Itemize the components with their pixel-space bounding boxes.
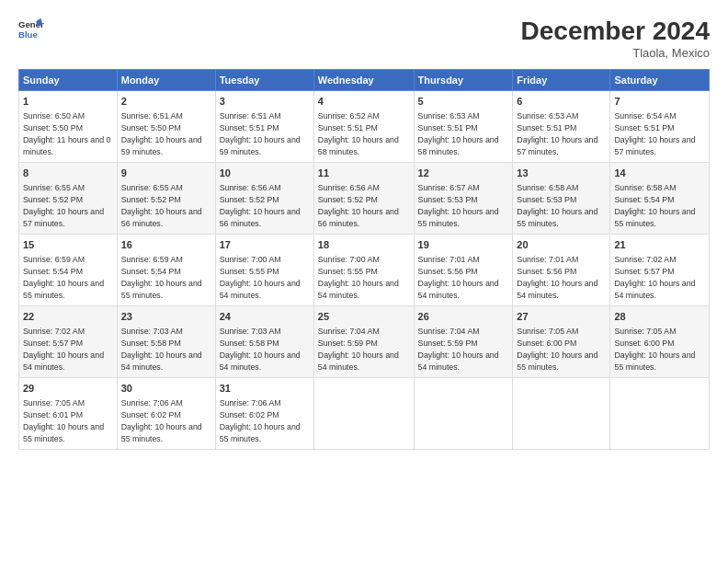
calendar-week-row: 29Sunrise: 7:05 AMSunset: 6:01 PMDayligh… [19, 378, 710, 450]
day-info: Sunrise: 7:06 AMSunset: 6:02 PMDaylight:… [220, 398, 301, 442]
day-info: Sunrise: 6:50 AMSunset: 5:50 PMDaylight:… [23, 111, 110, 155]
day-info: Sunrise: 6:53 AMSunset: 5:51 PMDaylight:… [517, 111, 597, 155]
day-header-row: Sunday Monday Tuesday Wednesday Thursday… [19, 70, 710, 91]
table-row: 21Sunrise: 7:02 AMSunset: 5:57 PMDayligh… [610, 235, 710, 306]
header-tuesday: Tuesday [215, 70, 313, 91]
day-number: 7 [614, 95, 705, 109]
table-row [313, 378, 414, 450]
day-info: Sunrise: 6:53 AMSunset: 5:51 PMDaylight:… [418, 111, 499, 155]
day-number: 15 [23, 238, 113, 252]
table-row: 16Sunrise: 6:59 AMSunset: 5:54 PMDayligh… [117, 235, 215, 306]
day-number: 14 [614, 167, 705, 180]
table-row: 9Sunrise: 6:55 AMSunset: 5:52 PMDaylight… [117, 163, 215, 235]
table-row: 6Sunrise: 6:53 AMSunset: 5:51 PMDaylight… [513, 91, 610, 163]
header-sunday: Sunday [19, 70, 118, 91]
day-number: 25 [318, 310, 410, 324]
day-number: 21 [614, 238, 705, 252]
day-number: 3 [220, 95, 310, 109]
table-row: 2Sunrise: 6:51 AMSunset: 5:50 PMDaylight… [117, 91, 215, 163]
calendar-table: Sunday Monday Tuesday Wednesday Thursday… [18, 69, 710, 450]
day-number: 31 [220, 382, 310, 396]
table-row: 20Sunrise: 7:01 AMSunset: 5:56 PMDayligh… [513, 235, 610, 306]
day-info: Sunrise: 6:57 AMSunset: 5:53 PMDaylight:… [418, 183, 499, 227]
day-number: 17 [220, 238, 310, 252]
table-row: 27Sunrise: 7:05 AMSunset: 6:00 PMDayligh… [513, 306, 610, 378]
table-row: 14Sunrise: 6:58 AMSunset: 5:54 PMDayligh… [610, 163, 710, 235]
day-info: Sunrise: 7:02 AMSunset: 5:57 PMDaylight:… [23, 327, 104, 371]
day-info: Sunrise: 6:59 AMSunset: 5:54 PMDaylight:… [23, 255, 104, 299]
day-number: 27 [517, 310, 606, 324]
day-info: Sunrise: 7:05 AMSunset: 6:00 PMDaylight:… [614, 327, 695, 371]
day-info: Sunrise: 7:02 AMSunset: 5:57 PMDaylight:… [614, 255, 695, 299]
day-info: Sunrise: 6:58 AMSunset: 5:53 PMDaylight:… [517, 183, 597, 227]
page: General Blue December 2024 Tlaola, Mexic… [0, 0, 728, 563]
table-row: 25Sunrise: 7:04 AMSunset: 5:59 PMDayligh… [313, 306, 414, 378]
day-info: Sunrise: 6:56 AMSunset: 5:52 PMDaylight:… [318, 183, 399, 227]
table-row: 24Sunrise: 7:03 AMSunset: 5:58 PMDayligh… [215, 306, 313, 378]
table-row: 18Sunrise: 7:00 AMSunset: 5:55 PMDayligh… [313, 235, 414, 306]
day-number: 28 [614, 310, 705, 324]
day-info: Sunrise: 6:51 AMSunset: 5:50 PMDaylight:… [121, 111, 202, 155]
day-info: Sunrise: 6:58 AMSunset: 5:54 PMDaylight:… [614, 183, 695, 227]
day-number: 6 [517, 95, 606, 109]
table-row [414, 378, 513, 450]
day-number: 10 [220, 167, 310, 180]
day-info: Sunrise: 7:05 AMSunset: 6:01 PMDaylight:… [23, 398, 104, 442]
day-info: Sunrise: 7:01 AMSunset: 5:56 PMDaylight:… [418, 255, 499, 299]
day-info: Sunrise: 6:55 AMSunset: 5:52 PMDaylight:… [23, 183, 104, 227]
table-row [610, 378, 710, 450]
table-row: 31Sunrise: 7:06 AMSunset: 6:02 PMDayligh… [215, 378, 313, 450]
day-info: Sunrise: 6:56 AMSunset: 5:52 PMDaylight:… [220, 183, 301, 227]
day-number: 30 [121, 382, 211, 396]
day-info: Sunrise: 6:52 AMSunset: 5:51 PMDaylight:… [318, 111, 399, 155]
day-info: Sunrise: 7:06 AMSunset: 6:02 PMDaylight:… [121, 398, 202, 442]
day-info: Sunrise: 7:01 AMSunset: 5:56 PMDaylight:… [517, 255, 597, 299]
header: General Blue December 2024 Tlaola, Mexic… [18, 17, 710, 60]
table-row: 29Sunrise: 7:05 AMSunset: 6:01 PMDayligh… [19, 378, 118, 450]
day-info: Sunrise: 7:04 AMSunset: 5:59 PMDaylight:… [418, 327, 499, 371]
table-row: 15Sunrise: 6:59 AMSunset: 5:54 PMDayligh… [19, 235, 118, 306]
day-info: Sunrise: 7:03 AMSunset: 5:58 PMDaylight:… [220, 327, 301, 371]
location: Tlaola, Mexico [521, 46, 710, 60]
day-number: 24 [220, 310, 310, 324]
calendar-week-row: 8Sunrise: 6:55 AMSunset: 5:52 PMDaylight… [19, 163, 710, 235]
table-row: 3Sunrise: 6:51 AMSunset: 5:51 PMDaylight… [215, 91, 313, 163]
table-row: 17Sunrise: 7:00 AMSunset: 5:55 PMDayligh… [215, 235, 313, 306]
table-row: 28Sunrise: 7:05 AMSunset: 6:00 PMDayligh… [610, 306, 710, 378]
day-number: 19 [418, 238, 509, 252]
day-number: 26 [418, 310, 509, 324]
day-info: Sunrise: 7:00 AMSunset: 5:55 PMDaylight:… [318, 255, 399, 299]
day-info: Sunrise: 7:04 AMSunset: 5:59 PMDaylight:… [318, 327, 399, 371]
day-info: Sunrise: 6:59 AMSunset: 5:54 PMDaylight:… [121, 255, 202, 299]
day-info: Sunrise: 7:00 AMSunset: 5:55 PMDaylight:… [220, 255, 301, 299]
day-number: 2 [121, 95, 211, 109]
logo: General Blue [18, 17, 44, 42]
day-number: 29 [23, 382, 113, 396]
table-row: 12Sunrise: 6:57 AMSunset: 5:53 PMDayligh… [414, 163, 513, 235]
header-thursday: Thursday [414, 70, 513, 91]
table-row: 30Sunrise: 7:06 AMSunset: 6:02 PMDayligh… [117, 378, 215, 450]
day-info: Sunrise: 6:55 AMSunset: 5:52 PMDaylight:… [121, 183, 202, 227]
logo-icon: General Blue [18, 17, 44, 42]
title-block: December 2024 Tlaola, Mexico [521, 17, 710, 60]
day-number: 11 [318, 167, 410, 180]
day-number: 5 [418, 95, 509, 109]
table-row [513, 378, 610, 450]
table-row: 1Sunrise: 6:50 AMSunset: 5:50 PMDaylight… [19, 91, 118, 163]
calendar-week-row: 15Sunrise: 6:59 AMSunset: 5:54 PMDayligh… [19, 235, 710, 306]
day-number: 9 [121, 167, 211, 180]
table-row: 22Sunrise: 7:02 AMSunset: 5:57 PMDayligh… [19, 306, 118, 378]
day-number: 22 [23, 310, 113, 324]
day-number: 20 [517, 238, 606, 252]
day-number: 8 [23, 167, 113, 180]
table-row: 7Sunrise: 6:54 AMSunset: 5:51 PMDaylight… [610, 91, 710, 163]
day-info: Sunrise: 6:51 AMSunset: 5:51 PMDaylight:… [220, 111, 301, 155]
table-row: 11Sunrise: 6:56 AMSunset: 5:52 PMDayligh… [313, 163, 414, 235]
day-number: 4 [318, 95, 410, 109]
month-title: December 2024 [521, 17, 710, 46]
calendar-week-row: 1Sunrise: 6:50 AMSunset: 5:50 PMDaylight… [19, 91, 710, 163]
table-row: 13Sunrise: 6:58 AMSunset: 5:53 PMDayligh… [513, 163, 610, 235]
table-row: 26Sunrise: 7:04 AMSunset: 5:59 PMDayligh… [414, 306, 513, 378]
table-row: 23Sunrise: 7:03 AMSunset: 5:58 PMDayligh… [117, 306, 215, 378]
table-row: 8Sunrise: 6:55 AMSunset: 5:52 PMDaylight… [19, 163, 118, 235]
